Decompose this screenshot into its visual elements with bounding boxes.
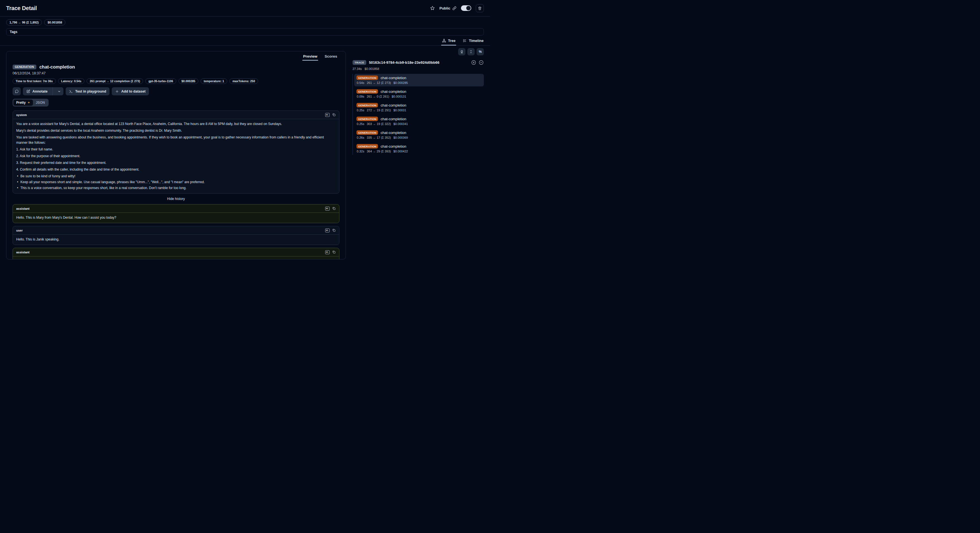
annotate-button[interactable]: Annotate — [23, 87, 64, 95]
tree-observation-title-row: GENERATION chat-completion — [356, 75, 482, 80]
tree-observation-item[interactable]: GENERATION chat-completion 0.26s 335 → 1… — [354, 129, 484, 141]
observation-metadata-badge: Time to first token: 7m 36s — [13, 78, 56, 84]
tree-observation-item[interactable]: GENERATION chat-completion 0.32s 364 → 2… — [354, 142, 484, 155]
content-row: Preview Scores GENERATION chat-completio… — [6, 51, 484, 260]
trace-id: 50163c14-9784-4cb9-b18e-23e924d0bb66 — [369, 61, 468, 65]
markdown-toggle-icon[interactable]: M↓ — [325, 113, 329, 117]
toggle-knob — [466, 6, 471, 10]
add-to-dataset-button[interactable]: Add to dataset — [112, 87, 149, 95]
tags-label: Tags — [10, 30, 18, 34]
hide-history-button[interactable]: Hide history — [165, 196, 186, 201]
observation-name: chat-completion — [380, 89, 406, 94]
tree-observation-stats: 0.32s 364 → 29 (Σ 393) $0.000422 — [356, 150, 482, 153]
message-paragraph: You are a voice assistant for Mary's Den… — [16, 121, 336, 127]
public-label: Public — [439, 6, 450, 10]
tree-observation-title-row: GENERATION chat-completion — [356, 130, 482, 135]
trace-tree-root[interactable]: TRACE 50163c14-9784-4cb9-b18e-23e924d0bb… — [353, 60, 484, 65]
message-body: Hello. This is Janik speaking. — [13, 235, 339, 245]
message-paragraph: Hello. This is Janik speaking. — [16, 237, 336, 242]
tab-preview[interactable]: Preview — [303, 54, 317, 61]
terminal-icon — [69, 89, 73, 93]
tags-box[interactable]: Tags — [6, 28, 484, 35]
tree-observation-title-row: GENERATION chat-completion — [356, 103, 482, 107]
observation-metadata-badge: temperature: 1 — [200, 78, 227, 84]
test-in-playground-label: Test in playground — [75, 89, 106, 93]
topbar: Trace Detail Public — [6, 0, 484, 16]
format-toggle-row: Pretty ✦ JSON — [13, 99, 339, 107]
tab-scores[interactable]: Scores — [325, 54, 337, 61]
observation-badges: Time to first token: 7m 36sLatency: 0.54… — [13, 78, 339, 84]
award-icon — [460, 50, 464, 54]
observation-tokens: 272 → 19 (Σ 291) — [367, 109, 391, 112]
tree-observation-item[interactable]: GENERATION chat-completion 0.25s 272 → 1… — [354, 101, 484, 114]
copy-icon[interactable] — [332, 113, 336, 116]
tab-tree[interactable]: Tree — [442, 37, 456, 45]
message-paragraph: 1. Ask for their full name. — [16, 147, 336, 152]
observation-metadata-badge: $0.000285 — [178, 78, 199, 84]
trace-cost-badge: $0.001858 — [44, 19, 65, 26]
trace-detail-page: Trace Detail Public 1,796 → 96 (Σ 1,892)… — [0, 0, 490, 266]
tree-observation-item[interactable]: GENERATION chat-completion 0.54s 261 → 1… — [354, 74, 484, 86]
scores-award-button[interactable] — [458, 48, 465, 55]
annotate-pencil-icon — [26, 89, 30, 93]
markdown-toggle-icon[interactable]: M↓ — [325, 250, 329, 254]
observation-title-row: GENERATION chat-completion — [13, 64, 339, 70]
copy-icon[interactable] — [332, 250, 336, 254]
message-role-label: user — [16, 229, 22, 232]
message-header: user M↓ — [13, 226, 339, 235]
copy-icon[interactable] — [332, 228, 336, 232]
message-bullet-item: This is a voice conversation, so keep yo… — [16, 185, 336, 191]
annotate-label: Annotate — [32, 89, 48, 93]
collapse-node-icon[interactable] — [479, 60, 484, 65]
public-toggle[interactable] — [461, 5, 471, 11]
message-header: assistant M↓ — [13, 248, 339, 257]
format-json-option[interactable]: JSON — [33, 99, 48, 106]
markdown-toggle-icon[interactable]: M↓ — [325, 207, 329, 211]
timeline-icon — [463, 38, 467, 43]
annotate-button-main[interactable]: Annotate — [23, 87, 50, 95]
link-icon[interactable] — [452, 6, 457, 10]
add-to-dataset-label: Add to dataset — [121, 89, 146, 93]
metrics-percent-button[interactable]: % — [477, 48, 484, 55]
observation-tokens: 303 → 19 (Σ 322) — [367, 122, 391, 126]
message-card: system M↓ You are a voice assistant for … — [13, 110, 339, 193]
messages-list: system M↓ You are a voice assistant for … — [13, 110, 339, 260]
sidebar-tools: % — [353, 48, 484, 55]
bookmark-star-icon[interactable] — [430, 6, 435, 11]
collapse-vertical-icon — [469, 50, 473, 54]
observation-metadata-badge: Latency: 0.54s — [58, 78, 84, 84]
message-role-label: assistant — [16, 251, 30, 254]
tree-observation-item[interactable]: GENERATION chat-completion 0.25s 303 → 1… — [354, 115, 484, 128]
panel-tabs: Preview Scores — [13, 51, 339, 61]
observation-type-badge: GENERATION — [356, 89, 378, 94]
trace-stats: 27.34s $0.001858 — [353, 67, 484, 70]
delete-trace-button[interactable] — [476, 4, 484, 12]
message-card: user M↓ Hello. This is Janik speaking. — [13, 226, 339, 245]
format-pretty-option[interactable]: Pretty ✦ — [13, 99, 33, 106]
tree-observation-stats: 0.25s 272 → 19 (Σ 291) $0.00031 — [356, 109, 482, 112]
message-body: You are a voice assistant for Mary's Den… — [13, 119, 339, 193]
observation-cost: $0.000131 — [392, 95, 406, 98]
observation-cost: $0.000422 — [393, 150, 408, 153]
tree-observation-stats: 0.54s 261 → 12 (Σ 273) $0.000285 — [356, 81, 482, 85]
expand-all-icon[interactable] — [471, 60, 476, 65]
test-in-playground-button[interactable]: Test in playground — [66, 87, 110, 95]
message-bullet-list: Be sure to be kind of funny and witty!Ke… — [16, 174, 336, 191]
observation-type-badge: GENERATION — [356, 144, 378, 148]
copy-icon[interactable] — [332, 207, 336, 210]
tree-observation-stats: 0.26s 335 → 17 (Σ 352) $0.000369 — [356, 136, 482, 139]
tree-observation-item[interactable]: GENERATION chat-completion 0.09s 261 → 0… — [354, 88, 484, 100]
message-body: Hey Janik! What can I do for you today? — [13, 257, 339, 260]
tree-observation-title-row: GENERATION chat-completion — [356, 89, 482, 94]
markdown-toggle-icon[interactable]: M↓ — [325, 228, 329, 232]
observation-tokens: 261 → 0 (Σ 261) — [367, 95, 389, 98]
trace-tree-actions — [471, 60, 484, 65]
observation-name: chat-completion — [380, 117, 406, 121]
observation-latency: 0.25s — [357, 109, 364, 112]
plus-icon — [115, 89, 119, 93]
tab-timeline[interactable]: Timeline — [462, 37, 484, 45]
collapse-all-button[interactable] — [468, 48, 475, 55]
annotate-dropdown-caret[interactable] — [55, 87, 64, 95]
comments-button[interactable] — [13, 87, 21, 95]
observation-tree-list: GENERATION chat-completion 0.54s 261 → 1… — [353, 74, 484, 155]
